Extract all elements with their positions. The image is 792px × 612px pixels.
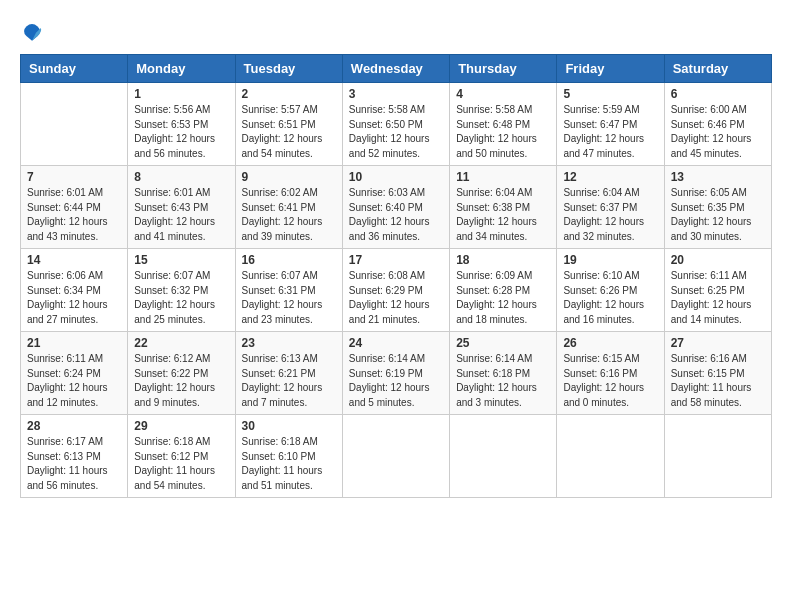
calendar-cell: 3Sunrise: 5:58 AMSunset: 6:50 PMDaylight… — [342, 83, 449, 166]
calendar-cell — [450, 415, 557, 498]
day-info: Sunrise: 6:18 AMSunset: 6:12 PMDaylight:… — [134, 435, 228, 493]
day-info: Sunrise: 6:07 AMSunset: 6:32 PMDaylight:… — [134, 269, 228, 327]
day-number: 21 — [27, 336, 121, 350]
calendar-cell: 5Sunrise: 5:59 AMSunset: 6:47 PMDaylight… — [557, 83, 664, 166]
weekday-header: Monday — [128, 55, 235, 83]
calendar-cell — [342, 415, 449, 498]
calendar-cell: 21Sunrise: 6:11 AMSunset: 6:24 PMDayligh… — [21, 332, 128, 415]
weekday-header: Thursday — [450, 55, 557, 83]
logo — [20, 20, 48, 44]
day-info: Sunrise: 5:56 AMSunset: 6:53 PMDaylight:… — [134, 103, 228, 161]
calendar-cell: 13Sunrise: 6:05 AMSunset: 6:35 PMDayligh… — [664, 166, 771, 249]
day-number: 7 — [27, 170, 121, 184]
day-number: 8 — [134, 170, 228, 184]
day-number: 15 — [134, 253, 228, 267]
day-info: Sunrise: 6:05 AMSunset: 6:35 PMDaylight:… — [671, 186, 765, 244]
day-number: 29 — [134, 419, 228, 433]
day-number: 26 — [563, 336, 657, 350]
weekday-header: Saturday — [664, 55, 771, 83]
day-number: 5 — [563, 87, 657, 101]
calendar-cell: 7Sunrise: 6:01 AMSunset: 6:44 PMDaylight… — [21, 166, 128, 249]
calendar-cell: 18Sunrise: 6:09 AMSunset: 6:28 PMDayligh… — [450, 249, 557, 332]
day-number: 10 — [349, 170, 443, 184]
day-info: Sunrise: 6:18 AMSunset: 6:10 PMDaylight:… — [242, 435, 336, 493]
day-number: 13 — [671, 170, 765, 184]
calendar-week-row: 28Sunrise: 6:17 AMSunset: 6:13 PMDayligh… — [21, 415, 772, 498]
day-info: Sunrise: 6:11 AMSunset: 6:24 PMDaylight:… — [27, 352, 121, 410]
calendar-week-row: 14Sunrise: 6:06 AMSunset: 6:34 PMDayligh… — [21, 249, 772, 332]
day-number: 25 — [456, 336, 550, 350]
calendar-cell: 22Sunrise: 6:12 AMSunset: 6:22 PMDayligh… — [128, 332, 235, 415]
weekday-header-row: SundayMondayTuesdayWednesdayThursdayFrid… — [21, 55, 772, 83]
day-info: Sunrise: 6:01 AMSunset: 6:43 PMDaylight:… — [134, 186, 228, 244]
day-number: 1 — [134, 87, 228, 101]
calendar-cell: 29Sunrise: 6:18 AMSunset: 6:12 PMDayligh… — [128, 415, 235, 498]
day-number: 2 — [242, 87, 336, 101]
day-number: 24 — [349, 336, 443, 350]
day-info: Sunrise: 6:09 AMSunset: 6:28 PMDaylight:… — [456, 269, 550, 327]
weekday-header: Sunday — [21, 55, 128, 83]
day-number: 16 — [242, 253, 336, 267]
calendar-cell: 30Sunrise: 6:18 AMSunset: 6:10 PMDayligh… — [235, 415, 342, 498]
calendar-cell: 10Sunrise: 6:03 AMSunset: 6:40 PMDayligh… — [342, 166, 449, 249]
day-number: 19 — [563, 253, 657, 267]
day-info: Sunrise: 6:08 AMSunset: 6:29 PMDaylight:… — [349, 269, 443, 327]
day-info: Sunrise: 6:12 AMSunset: 6:22 PMDaylight:… — [134, 352, 228, 410]
day-number: 3 — [349, 87, 443, 101]
weekday-header: Wednesday — [342, 55, 449, 83]
day-info: Sunrise: 6:13 AMSunset: 6:21 PMDaylight:… — [242, 352, 336, 410]
weekday-header: Friday — [557, 55, 664, 83]
day-info: Sunrise: 5:57 AMSunset: 6:51 PMDaylight:… — [242, 103, 336, 161]
weekday-header: Tuesday — [235, 55, 342, 83]
calendar-cell: 19Sunrise: 6:10 AMSunset: 6:26 PMDayligh… — [557, 249, 664, 332]
day-number: 11 — [456, 170, 550, 184]
day-number: 6 — [671, 87, 765, 101]
day-info: Sunrise: 6:10 AMSunset: 6:26 PMDaylight:… — [563, 269, 657, 327]
calendar-cell — [21, 83, 128, 166]
calendar-week-row: 7Sunrise: 6:01 AMSunset: 6:44 PMDaylight… — [21, 166, 772, 249]
day-number: 12 — [563, 170, 657, 184]
day-number: 30 — [242, 419, 336, 433]
day-info: Sunrise: 6:14 AMSunset: 6:19 PMDaylight:… — [349, 352, 443, 410]
calendar-cell: 24Sunrise: 6:14 AMSunset: 6:19 PMDayligh… — [342, 332, 449, 415]
day-info: Sunrise: 6:15 AMSunset: 6:16 PMDaylight:… — [563, 352, 657, 410]
calendar-week-row: 1Sunrise: 5:56 AMSunset: 6:53 PMDaylight… — [21, 83, 772, 166]
day-number: 28 — [27, 419, 121, 433]
day-info: Sunrise: 6:06 AMSunset: 6:34 PMDaylight:… — [27, 269, 121, 327]
calendar-cell: 11Sunrise: 6:04 AMSunset: 6:38 PMDayligh… — [450, 166, 557, 249]
day-number: 20 — [671, 253, 765, 267]
calendar-cell — [557, 415, 664, 498]
calendar-cell: 2Sunrise: 5:57 AMSunset: 6:51 PMDaylight… — [235, 83, 342, 166]
page-header — [20, 20, 772, 44]
calendar-cell: 26Sunrise: 6:15 AMSunset: 6:16 PMDayligh… — [557, 332, 664, 415]
day-info: Sunrise: 6:01 AMSunset: 6:44 PMDaylight:… — [27, 186, 121, 244]
calendar-cell: 9Sunrise: 6:02 AMSunset: 6:41 PMDaylight… — [235, 166, 342, 249]
day-number: 4 — [456, 87, 550, 101]
calendar: SundayMondayTuesdayWednesdayThursdayFrid… — [20, 54, 772, 498]
day-number: 14 — [27, 253, 121, 267]
day-info: Sunrise: 6:16 AMSunset: 6:15 PMDaylight:… — [671, 352, 765, 410]
day-info: Sunrise: 6:04 AMSunset: 6:38 PMDaylight:… — [456, 186, 550, 244]
calendar-cell: 8Sunrise: 6:01 AMSunset: 6:43 PMDaylight… — [128, 166, 235, 249]
calendar-cell: 1Sunrise: 5:56 AMSunset: 6:53 PMDaylight… — [128, 83, 235, 166]
day-info: Sunrise: 6:07 AMSunset: 6:31 PMDaylight:… — [242, 269, 336, 327]
logo-icon — [20, 20, 44, 44]
day-info: Sunrise: 5:58 AMSunset: 6:50 PMDaylight:… — [349, 103, 443, 161]
calendar-cell — [664, 415, 771, 498]
calendar-cell: 16Sunrise: 6:07 AMSunset: 6:31 PMDayligh… — [235, 249, 342, 332]
calendar-cell: 6Sunrise: 6:00 AMSunset: 6:46 PMDaylight… — [664, 83, 771, 166]
day-number: 27 — [671, 336, 765, 350]
calendar-cell: 12Sunrise: 6:04 AMSunset: 6:37 PMDayligh… — [557, 166, 664, 249]
day-info: Sunrise: 6:00 AMSunset: 6:46 PMDaylight:… — [671, 103, 765, 161]
day-info: Sunrise: 6:14 AMSunset: 6:18 PMDaylight:… — [456, 352, 550, 410]
day-info: Sunrise: 6:04 AMSunset: 6:37 PMDaylight:… — [563, 186, 657, 244]
day-info: Sunrise: 6:03 AMSunset: 6:40 PMDaylight:… — [349, 186, 443, 244]
calendar-cell: 17Sunrise: 6:08 AMSunset: 6:29 PMDayligh… — [342, 249, 449, 332]
day-number: 18 — [456, 253, 550, 267]
day-number: 9 — [242, 170, 336, 184]
calendar-week-row: 21Sunrise: 6:11 AMSunset: 6:24 PMDayligh… — [21, 332, 772, 415]
day-info: Sunrise: 6:02 AMSunset: 6:41 PMDaylight:… — [242, 186, 336, 244]
day-info: Sunrise: 6:17 AMSunset: 6:13 PMDaylight:… — [27, 435, 121, 493]
calendar-cell: 27Sunrise: 6:16 AMSunset: 6:15 PMDayligh… — [664, 332, 771, 415]
day-number: 22 — [134, 336, 228, 350]
